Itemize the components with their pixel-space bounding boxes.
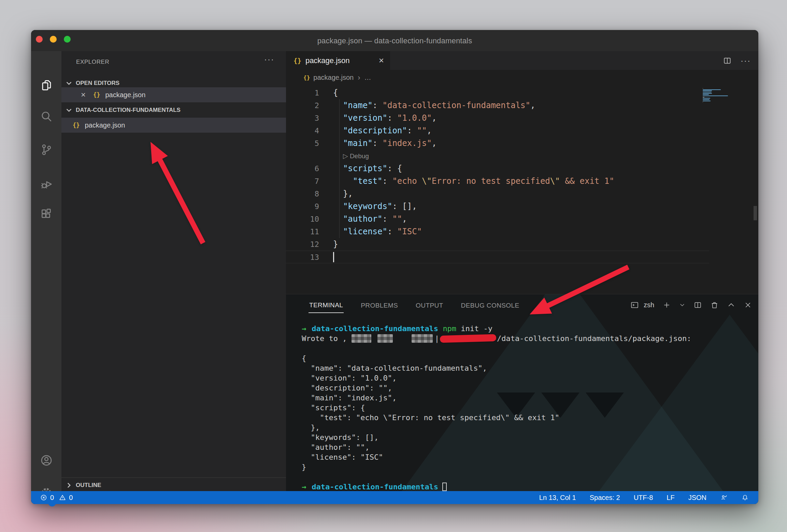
- explorer-more-actions-icon[interactable]: ···: [264, 55, 274, 64]
- code-editor[interactable]: 1{2 "name": "data-collection-fundamental…: [286, 87, 758, 294]
- extensions-icon[interactable]: [40, 208, 53, 221]
- editor-cursor: [333, 252, 334, 262]
- editor-region: {} package.json × ··· {} package.json › …: [286, 51, 758, 294]
- line-number: 7: [286, 175, 319, 188]
- code-line-2[interactable]: 2 "name": "data-collection-fundamentals"…: [286, 99, 758, 112]
- close-tab-icon[interactable]: ×: [379, 55, 384, 66]
- terminal-icon: [630, 301, 639, 309]
- tab-package-json[interactable]: {} package.json ×: [286, 51, 390, 70]
- cursor-position[interactable]: Ln 13, Col 1: [539, 494, 576, 502]
- chevron-down-icon: [66, 107, 72, 113]
- feedback-icon[interactable]: [720, 494, 728, 501]
- terminal-line: "keywords": [],: [302, 432, 755, 442]
- account-icon[interactable]: [40, 454, 53, 467]
- terminal-line: "scripts": {: [302, 403, 755, 413]
- terminal-line: "description": "",: [302, 383, 755, 393]
- code-line-4[interactable]: 4 "description": "",: [286, 124, 758, 137]
- codelens-row[interactable]: ▷ Debug: [286, 150, 758, 162]
- chevron-right-icon: [66, 483, 72, 488]
- terminal-cursor: [442, 483, 447, 491]
- line-number: 6: [286, 162, 319, 175]
- terminal-line: "test": "echo \"Error: no test specified…: [302, 413, 755, 423]
- editor-more-actions-icon[interactable]: ···: [741, 56, 751, 65]
- status-bar: 0 0 Ln 13, Col 1 Spaces: 2 UTF-8 LF JSON: [31, 491, 758, 504]
- window-title: package.json — data-collection-fundament…: [31, 36, 758, 45]
- encoding[interactable]: UTF-8: [634, 494, 653, 502]
- panel-tab-problems[interactable]: PROBLEMS: [360, 297, 399, 313]
- launch-profile-chevron-icon[interactable]: [679, 302, 685, 308]
- problems-status[interactable]: 0 0: [31, 494, 73, 502]
- eol-sequence[interactable]: LF: [667, 494, 674, 502]
- notifications-bell-icon[interactable]: [741, 494, 749, 501]
- kill-terminal-trash-icon[interactable]: [710, 301, 719, 309]
- vscode-window: package.json — data-collection-fundament…: [31, 30, 758, 504]
- json-file-icon: {}: [294, 57, 301, 64]
- panel-tab-terminal[interactable]: TERMINAL: [309, 297, 344, 313]
- line-number: 5: [286, 137, 319, 150]
- redacted-text: [352, 334, 371, 343]
- line-number: 12: [286, 238, 319, 251]
- breadcrumb[interactable]: {} package.json › …: [286, 70, 758, 85]
- terminal-line: "author": "",: [302, 442, 755, 452]
- new-terminal-icon[interactable]: [662, 301, 671, 309]
- code-line-8[interactable]: 8 },: [286, 188, 758, 200]
- sidebar-title: EXPLORER: [76, 59, 109, 65]
- terminal-line: }: [302, 462, 755, 472]
- section-outline[interactable]: OUTLINE: [61, 477, 286, 492]
- shell-name[interactable]: zsh: [644, 301, 654, 309]
- code-line-13[interactable]: 13: [286, 251, 709, 263]
- indentation[interactable]: Spaces: 2: [590, 494, 620, 502]
- json-file-icon: {}: [73, 122, 80, 129]
- code-line-12[interactable]: 12}: [286, 238, 758, 251]
- breadcrumb-more[interactable]: …: [364, 74, 371, 82]
- redacted-text: [412, 334, 433, 343]
- editor-tab-bar: {} package.json × ···: [286, 51, 758, 70]
- code-line-10[interactable]: 10 "author": "",: [286, 213, 758, 225]
- titlebar: package.json — data-collection-fundament…: [31, 30, 758, 51]
- close-panel-icon[interactable]: [744, 301, 752, 309]
- terminal-line: [302, 343, 755, 353]
- terminal-line: [302, 472, 755, 482]
- terminal-line: "version": "1.0.0",: [302, 373, 755, 383]
- chevron-down-icon: [66, 80, 72, 86]
- code-line-5[interactable]: 5 "main": "index.js",: [286, 137, 758, 150]
- editor-scrollbar[interactable]: [754, 206, 757, 220]
- minimap[interactable]: [701, 87, 740, 105]
- code-line-9[interactable]: 9 "keywords": [],: [286, 200, 758, 213]
- terminal-line: {: [302, 353, 755, 363]
- search-icon[interactable]: [40, 110, 53, 123]
- code-line-1[interactable]: 1{: [286, 87, 758, 99]
- terminal-line: Wrote to , |/data-collection-fundamental…: [302, 334, 755, 343]
- line-number: 13: [286, 251, 319, 264]
- line-number: 11: [286, 225, 319, 238]
- section-folder[interactable]: DATA-COLLECTION-FUNDAMENTALS: [61, 103, 286, 118]
- open-editor-package-json[interactable]: × {} package.json: [61, 87, 286, 102]
- line-number: 1: [286, 87, 319, 99]
- language-mode[interactable]: JSON: [688, 494, 706, 502]
- code-line-7[interactable]: 7 "test": "echo \"Error: no test specifi…: [286, 175, 758, 188]
- split-editor-icon[interactable]: [723, 56, 732, 65]
- redacted-text: [377, 334, 393, 343]
- terminal-output[interactable]: →data-collection-fundamentals npm init -…: [302, 324, 755, 491]
- panel-tab-debug-console[interactable]: DEBUG CONSOLE: [460, 297, 520, 313]
- source-control-icon[interactable]: [40, 143, 53, 156]
- code-line-6[interactable]: 6 "scripts": {: [286, 162, 758, 175]
- line-number: 9: [286, 200, 319, 213]
- close-editor-icon[interactable]: ×: [81, 91, 86, 98]
- code-line-11[interactable]: 11 "license": "ISC": [286, 225, 758, 238]
- line-number: 8: [286, 188, 319, 200]
- explorer-icon[interactable]: [40, 79, 53, 92]
- run-debug-icon[interactable]: [40, 178, 53, 191]
- explorer-sidebar: EXPLORER ··· OPEN EDITORS × {} package.j…: [61, 51, 286, 491]
- file-package-json[interactable]: {} package.json: [61, 118, 286, 133]
- code-line-3[interactable]: 3 "version": "1.0.0",: [286, 112, 758, 124]
- maximize-panel-chevron-icon[interactable]: [727, 301, 735, 309]
- error-icon: [40, 494, 47, 501]
- line-number: 4: [286, 124, 319, 137]
- red-marker-annotation: [440, 334, 497, 343]
- terminal-line: "main": "index.js",: [302, 393, 755, 403]
- breadcrumb-separator-icon: ›: [358, 73, 360, 82]
- split-terminal-icon[interactable]: [693, 301, 702, 309]
- terminal-line: →data-collection-fundamentals: [302, 482, 755, 491]
- panel-tab-output[interactable]: OUTPUT: [415, 297, 444, 313]
